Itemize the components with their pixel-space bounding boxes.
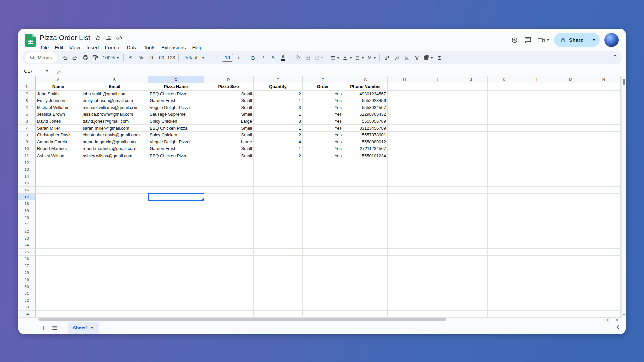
cell-H7[interactable]: [388, 125, 421, 132]
cell-K3[interactable]: [488, 97, 521, 104]
cell-H31[interactable]: [388, 290, 421, 297]
cell-M9[interactable]: [554, 138, 587, 145]
cell-I12[interactable]: [421, 159, 454, 166]
cell-A34[interactable]: [36, 311, 81, 318]
cell-L9[interactable]: [521, 138, 554, 145]
cell-I23[interactable]: [421, 235, 454, 242]
cell-C30[interactable]: [148, 283, 204, 290]
column-header-I[interactable]: I: [421, 76, 454, 83]
column-header-D[interactable]: D: [204, 76, 254, 83]
cell-M18[interactable]: [554, 200, 587, 207]
cell-E16[interactable]: [254, 187, 303, 194]
cell-L30[interactable]: [521, 283, 554, 290]
cell-N22[interactable]: [587, 228, 621, 235]
share-dropdown[interactable]: [588, 33, 600, 47]
cell-M24[interactable]: [554, 242, 587, 249]
cell-B10[interactable]: robert.martinez@gmail.com: [81, 145, 148, 153]
cell-I26[interactable]: [421, 256, 454, 263]
cell-N13[interactable]: [587, 166, 621, 173]
cell-J25[interactable]: [454, 249, 488, 256]
cell-E2[interactable]: 2: [254, 90, 303, 98]
cell-F19[interactable]: [303, 207, 343, 215]
more-formats-button[interactable]: 123: [166, 53, 176, 62]
cell-F27[interactable]: [303, 262, 343, 269]
cell-E25[interactable]: [254, 249, 303, 256]
cell-B27[interactable]: [81, 262, 148, 269]
cell-G22[interactable]: [343, 228, 388, 235]
column-header-K[interactable]: K: [488, 76, 521, 83]
move-folder-icon[interactable]: [105, 35, 112, 41]
cell-E4[interactable]: 3: [254, 104, 303, 111]
cell-N11[interactable]: [587, 152, 621, 159]
insert-chart-button[interactable]: [402, 53, 412, 62]
row-header-13[interactable]: 13: [18, 166, 36, 173]
cell-L24[interactable]: [521, 242, 554, 249]
cell-C26[interactable]: [148, 256, 204, 263]
cell-L15[interactable]: [521, 180, 554, 187]
cell-J23[interactable]: [454, 235, 488, 242]
cell-I4[interactable]: [421, 104, 454, 111]
cell-K22[interactable]: [488, 228, 521, 235]
cell-E26[interactable]: [254, 256, 303, 263]
cell-E8[interactable]: 2: [254, 132, 303, 139]
cell-N10[interactable]: [587, 145, 621, 153]
cell-G23[interactable]: [343, 235, 388, 242]
cell-K8[interactable]: [488, 132, 521, 139]
cell-C17[interactable]: [148, 194, 204, 201]
cell-M1[interactable]: [554, 83, 587, 90]
row-header-28[interactable]: 28: [18, 269, 36, 277]
cell-C29[interactable]: [148, 276, 204, 283]
cell-G2[interactable]: 49301234567: [343, 90, 388, 98]
cell-I15[interactable]: [421, 180, 454, 187]
cell-N33[interactable]: [587, 304, 621, 311]
cell-G15[interactable]: [343, 180, 388, 187]
cell-I32[interactable]: [421, 297, 454, 304]
cell-F33[interactable]: [303, 304, 343, 311]
row-header-30[interactable]: 30: [18, 283, 36, 290]
cell-N7[interactable]: [587, 125, 621, 132]
cell-A16[interactable]: [36, 187, 81, 194]
cell-C25[interactable]: [148, 249, 204, 256]
redo-button[interactable]: [70, 53, 80, 62]
cell-M5[interactable]: [554, 111, 587, 118]
cell-L34[interactable]: [521, 311, 554, 318]
row-header-9[interactable]: 9: [18, 138, 36, 145]
cell-H19[interactable]: [388, 207, 421, 215]
row-header-33[interactable]: 33: [18, 304, 36, 311]
cell-E7[interactable]: 1: [254, 125, 303, 132]
cell-B5[interactable]: jessica.brown@gmail.com: [81, 111, 148, 118]
cell-I16[interactable]: [421, 187, 454, 194]
cell-E9[interactable]: 4: [254, 138, 303, 145]
cell-J22[interactable]: [454, 228, 488, 235]
cell-L29[interactable]: [521, 276, 554, 283]
cell-D17[interactable]: [204, 194, 254, 201]
cell-F10[interactable]: Yes: [303, 145, 343, 153]
cell-D34[interactable]: [204, 311, 254, 318]
cell-B3[interactable]: emily.johnson@gmail.com: [81, 97, 148, 104]
cell-C27[interactable]: [148, 262, 204, 269]
zoom-select[interactable]: 100%: [101, 53, 121, 62]
cell-C22[interactable]: [148, 228, 204, 235]
cell-N31[interactable]: [587, 290, 621, 297]
increase-font-size-button[interactable]: +: [234, 53, 243, 62]
cell-F8[interactable]: Yes: [303, 132, 343, 139]
cell-N28[interactable]: [587, 269, 621, 277]
column-header-F[interactable]: F: [303, 76, 343, 83]
create-filter-button[interactable]: [412, 53, 422, 62]
vertical-scrollbar-thumb[interactable]: [623, 79, 625, 85]
cell-I25[interactable]: [421, 249, 454, 256]
cell-B26[interactable]: [81, 256, 148, 263]
cell-G17[interactable]: [343, 194, 388, 201]
row-header-31[interactable]: 31: [18, 290, 36, 297]
horizontal-align-button[interactable]: [329, 53, 341, 62]
cell-K13[interactable]: [488, 166, 521, 173]
cell-H2[interactable]: [388, 90, 421, 98]
insert-comment-button[interactable]: [392, 53, 401, 62]
cell-H13[interactable]: [388, 166, 421, 173]
cell-G16[interactable]: [343, 187, 388, 194]
cell-A25[interactable]: [36, 249, 81, 256]
cell-B28[interactable]: [81, 269, 148, 277]
cell-F28[interactable]: [303, 269, 343, 277]
cell-D21[interactable]: [204, 221, 254, 228]
cell-G9[interactable]: 5558089012: [343, 138, 388, 145]
